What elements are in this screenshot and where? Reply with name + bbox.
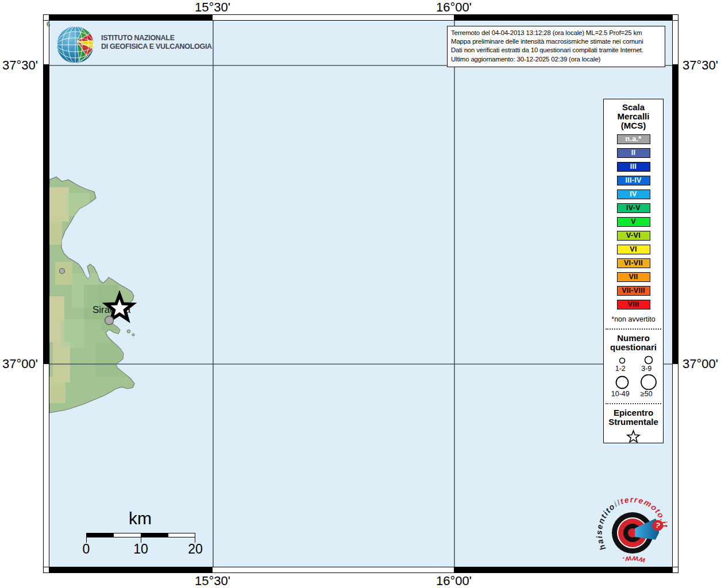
ingv-logo: ISTITUTO NAZIONALE DI GEOFISICA E VULCAN…	[55, 24, 205, 64]
mercalli-scale-box-vi-vii: VI-VII	[617, 258, 650, 268]
map-graphic: Siracusa	[49, 21, 672, 567]
mercalli-scale-box-viii: VIII	[617, 300, 650, 310]
mercalli-scale-box-v: V	[617, 217, 650, 227]
questionnaire-marker-siracusa	[105, 316, 114, 325]
institute-name: ISTITUTO NAZIONALE DI GEOFISICA E VULCAN…	[101, 34, 212, 51]
haisentitoilterremoto-watermark: ? haisentitoilterremoto.it www.	[593, 494, 672, 572]
axis-label-bottom-lon1: 15°30'	[181, 574, 244, 588]
questionnaire-size-icon-50	[634, 374, 660, 390]
frame-segment	[49, 567, 213, 573]
mercalli-scale-box-iv-v: IV-V	[617, 203, 650, 213]
scale-bar-segment	[113, 533, 141, 537]
legend-divider	[606, 328, 661, 330]
islet	[132, 334, 134, 336]
map-description-line: Mappa preliminare delle intensità macros…	[451, 37, 661, 46]
graticule	[49, 21, 672, 567]
axis-label-top-lon2: 16°00'	[422, 0, 485, 15]
ingv-globe-icon	[55, 24, 95, 64]
frame-segment	[672, 64, 678, 364]
institute-name-line1: ISTITUTO NAZIONALE	[101, 34, 212, 42]
frame-segment	[212, 567, 454, 573]
questionnaire-size-icon-1-2	[607, 355, 634, 365]
epicenter-legend-star-icon	[626, 429, 641, 444]
axis-label-left-lat1: 37°30'	[0, 58, 38, 73]
scale-bar-label-20: 20	[178, 541, 213, 557]
questionnaire-marker-small	[60, 269, 65, 274]
epicenter-title-line2: Strumentale	[604, 417, 663, 427]
mercalli-scale-box-iv: IV	[617, 189, 650, 199]
legend-title-line2: Mercalli	[604, 112, 663, 121]
scale-bar-label-10: 10	[124, 541, 158, 557]
mercalli-scale-box-ii: II	[617, 148, 650, 158]
mercalli-scale-box-iii: III	[617, 162, 650, 172]
scale-bar-segment	[141, 533, 168, 537]
legend-panel: Scala Mercalli (MCS) n.a.* II III III-IV…	[603, 99, 664, 443]
legend-title: Scala Mercalli (MCS)	[604, 103, 663, 130]
watermark-text-www: www.	[620, 554, 646, 566]
questionnaire-title-line2: questionari	[604, 343, 663, 352]
axis-label-right-lat2: 37°00'	[683, 357, 718, 372]
legend-title-line3: (MCS)	[604, 121, 663, 130]
mercalli-scale-box-vii-viii: VII-VIII	[617, 286, 650, 296]
event-info-box: Terremoto del 04-04-2013 13:12:28 (ora l…	[447, 26, 665, 67]
frame-segment	[672, 20, 678, 65]
questionnaire-size-label-1-2: 1-2	[607, 365, 634, 373]
mercalli-scale-box-v-vi: V-VI	[617, 231, 650, 241]
frame-segment	[672, 363, 678, 567]
scale-bar-label-0: 0	[69, 541, 103, 557]
questionnaire-size-icon-3-9	[634, 355, 660, 365]
event-summary-line: Terremoto del 04-04-2013 13:12:28 (ora l…	[451, 29, 661, 37]
islet	[127, 330, 130, 333]
macroseismic-intensity-map: 15°30' 16°00' 15°30' 16°00' 37°30' 37°00…	[0, 0, 721, 588]
watermark-www-text: www.	[620, 554, 646, 566]
axis-label-right-lat1: 37°30'	[683, 58, 718, 73]
frame-corner	[672, 567, 678, 573]
scale-bar-unit: km	[114, 509, 166, 528]
map-area: Siracusa	[49, 20, 673, 567]
epicenter-title-line1: Epicentro	[604, 408, 663, 417]
last-update-line: Ultimo aggiornamento: 30-12-2025 02:39 (…	[451, 55, 661, 64]
legend-title-line1: Scala	[604, 103, 663, 112]
scale-bar-segment	[168, 533, 195, 537]
axis-label-top-lon1: 15°30'	[181, 0, 244, 15]
mercalli-scale-box-vi: VI	[617, 245, 650, 254]
legend-divider	[606, 403, 661, 404]
institute-name-line2: DI GEOFISICA E VULCANOLOGIA	[101, 42, 212, 51]
axis-label-left-lat2: 37°00'	[0, 357, 38, 372]
legend-footnote: *non avvertito	[604, 315, 663, 323]
mercalli-scale-box-vii: VII	[617, 272, 650, 282]
questionnaire-size-label-3-9: 3-9	[634, 365, 660, 373]
questionnaire-size-label-50: ≥50	[634, 390, 660, 398]
data-disclaimer-line: Dati non verificati estratti da 10 quest…	[451, 46, 661, 55]
questionnaire-size-label-10-49: 10-49	[607, 390, 634, 398]
axis-label-bottom-lon2: 16°00'	[422, 574, 485, 588]
mercalli-scale-box-na: n.a.*	[617, 134, 650, 144]
questionnaire-title-line1: Numero	[604, 334, 663, 343]
scale-bar-segment	[86, 533, 114, 537]
mercalli-scale-box-iii-iv: III-IV	[617, 176, 650, 185]
questionnaire-size-icon-10-49	[607, 374, 634, 390]
